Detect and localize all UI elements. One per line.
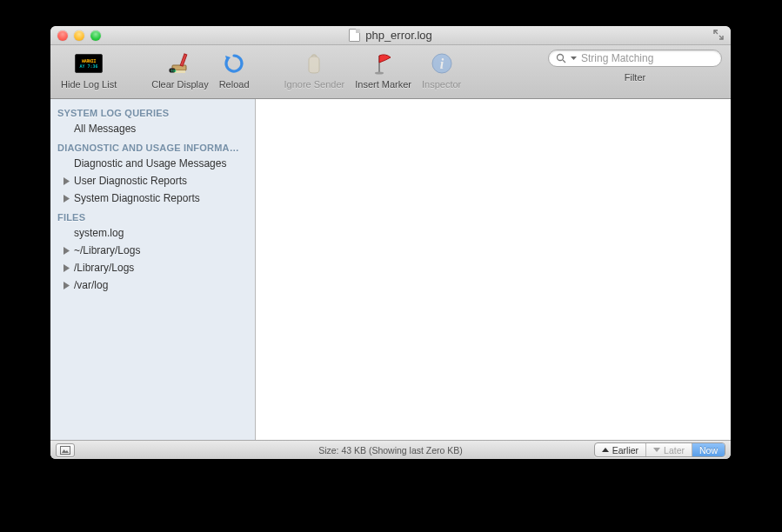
titlebar: php_error.log: [50, 26, 731, 45]
traffic-lights: [50, 30, 101, 41]
console-window: php_error.log WARNIIAY 7:36 Hide Log Lis…: [50, 26, 731, 459]
sidebar-item-all-messages[interactable]: All Messages: [50, 120, 255, 137]
sidebar-item-user-diag-reports[interactable]: User Diagnostic Reports: [50, 172, 255, 190]
sidebar-item-user-library-logs[interactable]: ~/Library/Logs: [50, 242, 255, 259]
reload-button[interactable]: Reload: [214, 50, 255, 90]
now-button[interactable]: Now: [692, 443, 725, 456]
sidebar-item-system-diag-reports[interactable]: System Diagnostic Reports: [50, 190, 255, 207]
disclosure-triangle-icon[interactable]: [63, 282, 70, 289]
svg-text:i: i: [439, 57, 444, 71]
disclosure-triangle-icon[interactable]: [63, 195, 70, 203]
zoom-button[interactable]: [90, 30, 101, 41]
thumbnail-toggle-button[interactable]: [56, 443, 75, 457]
statusbar: Size: 43 KB (Showing last Zero KB) Earli…: [50, 440, 731, 459]
body: SYSTEM LOG QUERIES All Messages DIAGNOST…: [50, 99, 731, 440]
sidebar-item-system-log[interactable]: system.log: [50, 224, 255, 242]
sidebar: SYSTEM LOG QUERIES All Messages DIAGNOST…: [50, 99, 256, 440]
console-log-icon: WARNIIAY 7:36: [75, 54, 103, 73]
time-nav-segment: Earlier Later Now: [594, 442, 725, 457]
hide-log-list-button[interactable]: WARNIIAY 7:36 Hide Log List: [56, 50, 122, 90]
disclosure-triangle-icon[interactable]: [63, 247, 70, 255]
inspector-button[interactable]: i Inspector: [417, 50, 466, 90]
image-icon: [60, 446, 70, 455]
clear-display-button[interactable]: 7:36 Clear Display: [146, 50, 213, 90]
flag-icon: [370, 50, 398, 77]
triangle-down-icon: [653, 448, 660, 452]
window-title: php_error.log: [365, 29, 432, 42]
sidebar-item-library-logs[interactable]: /Library/Logs: [50, 259, 255, 276]
svg-rect-11: [61, 446, 70, 454]
toolbar: WARNIIAY 7:36 Hide Log List 7:36 Clear D…: [50, 45, 731, 99]
svg-line-10: [563, 60, 565, 63]
fullscreen-button[interactable]: [713, 30, 724, 40]
close-button[interactable]: [57, 30, 68, 41]
svg-point-6: [375, 72, 384, 75]
sidebar-item-diag-usage-messages[interactable]: Diagnostic and Usage Messages: [50, 155, 255, 172]
section-header: DIAGNOSTIC AND USAGE INFORMA…: [50, 137, 255, 155]
section-header: SYSTEM LOG QUERIES: [50, 103, 255, 120]
later-button[interactable]: Later: [646, 443, 692, 456]
document-icon: [349, 29, 360, 42]
search-input[interactable]: String Matching: [548, 50, 722, 67]
minimize-button[interactable]: [74, 30, 84, 41]
svg-rect-2: [180, 54, 187, 66]
info-icon: i: [428, 50, 456, 77]
svg-point-9: [558, 55, 564, 61]
svg-text:7:36: 7:36: [170, 70, 176, 73]
chevron-down-icon: [571, 57, 577, 61]
sidebar-item-var-log[interactable]: /var/log: [50, 276, 255, 294]
search-icon: [556, 53, 566, 63]
reload-icon: [220, 50, 248, 77]
disclosure-triangle-icon[interactable]: [63, 264, 70, 272]
triangle-up-icon: [602, 448, 609, 452]
ignore-sender-button[interactable]: Ignore Sender: [279, 50, 351, 90]
filter-label: Filter: [625, 72, 645, 83]
brush-icon: 7:36: [166, 50, 194, 77]
log-content-area[interactable]: [256, 99, 731, 440]
disclosure-triangle-icon[interactable]: [63, 177, 70, 185]
section-header: FILES: [50, 207, 255, 224]
insert-marker-button[interactable]: Insert Marker: [350, 50, 417, 90]
trash-bag-icon: [300, 50, 328, 77]
earlier-button[interactable]: Earlier: [595, 443, 646, 456]
search-placeholder: String Matching: [581, 52, 714, 64]
